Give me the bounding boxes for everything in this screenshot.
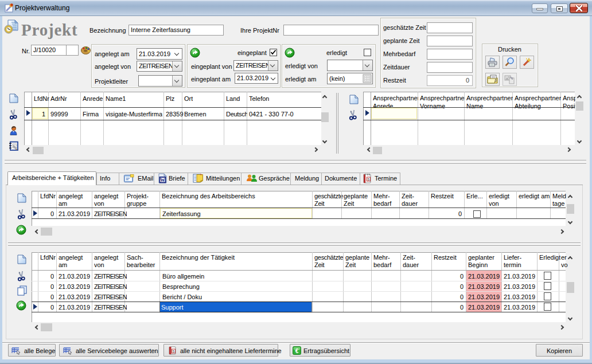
svg-text:€: € [295,348,299,354]
svg-text:W: W [160,177,165,183]
